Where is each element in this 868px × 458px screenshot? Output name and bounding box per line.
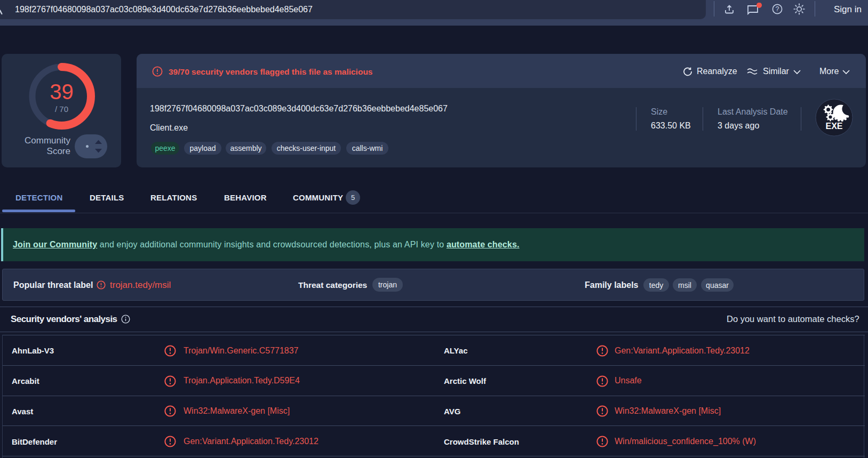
- svg-text:EXE: EXE: [825, 122, 842, 131]
- svg-text:?: ?: [776, 5, 779, 13]
